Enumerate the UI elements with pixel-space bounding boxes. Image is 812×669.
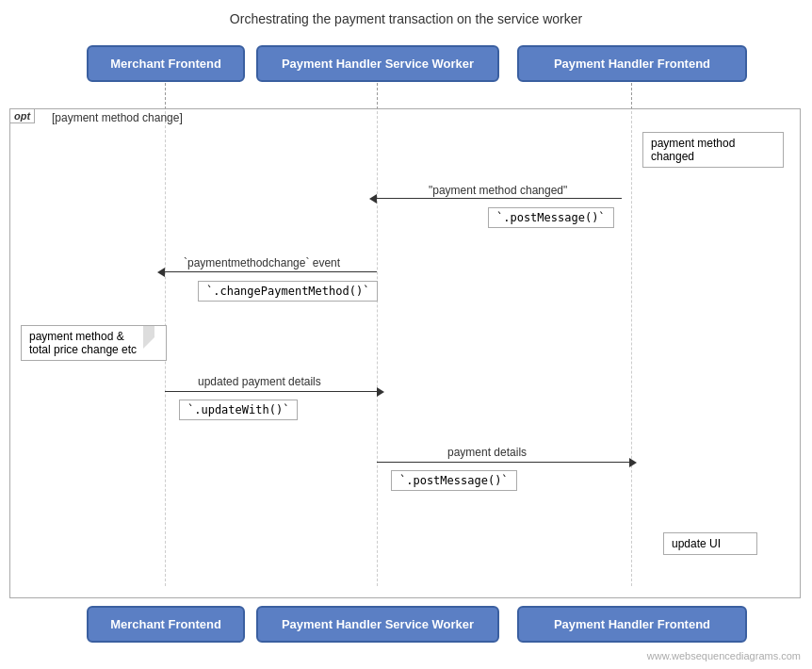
note-payment-method-changed: payment method changed bbox=[642, 132, 784, 168]
actor-merchant-top: Merchant Frontend bbox=[87, 45, 245, 82]
note-payment-method-total: payment method & total price change etc bbox=[21, 325, 167, 361]
arrow-label-payment-method-changed: "payment method changed" bbox=[429, 184, 567, 197]
arrow-label-updated-payment: updated payment details bbox=[198, 375, 321, 388]
method-post-message-1: `.postMessage()` bbox=[488, 207, 614, 228]
method-update-with: `.updateWith()` bbox=[179, 400, 298, 420]
arrow-paymentmethodchange bbox=[165, 271, 377, 272]
actor-merchant-bottom: Merchant Frontend bbox=[87, 606, 245, 643]
arrow-label-paymentmethodchange: `paymentmethodchange` event bbox=[184, 256, 340, 269]
diagram-title: Orchestrating the payment transaction on… bbox=[0, 0, 812, 34]
opt-label: opt bbox=[9, 108, 35, 123]
method-post-message-2: `.postMessage()` bbox=[391, 470, 517, 491]
actor-payment-frontend-bottom: Payment Handler Frontend bbox=[517, 606, 747, 643]
opt-condition: [payment method change] bbox=[52, 111, 183, 124]
actor-payment-frontend-top: Payment Handler Frontend bbox=[517, 45, 747, 82]
actor-service-worker-top: Payment Handler Service Worker bbox=[256, 45, 499, 82]
arrow-payment-details bbox=[377, 462, 629, 463]
actor-service-worker-bottom: Payment Handler Service Worker bbox=[256, 606, 499, 643]
arrow-label-payment-details: payment details bbox=[447, 446, 527, 459]
method-change-payment: `.changePaymentMethod()` bbox=[198, 281, 378, 302]
note-update-ui: update UI bbox=[663, 532, 757, 555]
arrow-payment-method-changed bbox=[377, 198, 622, 199]
watermark: www.websequencediagrams.com bbox=[647, 650, 801, 661]
diagram-container: Orchestrating the payment transaction on… bbox=[0, 0, 812, 669]
arrow-updated-payment-details bbox=[165, 391, 377, 392]
